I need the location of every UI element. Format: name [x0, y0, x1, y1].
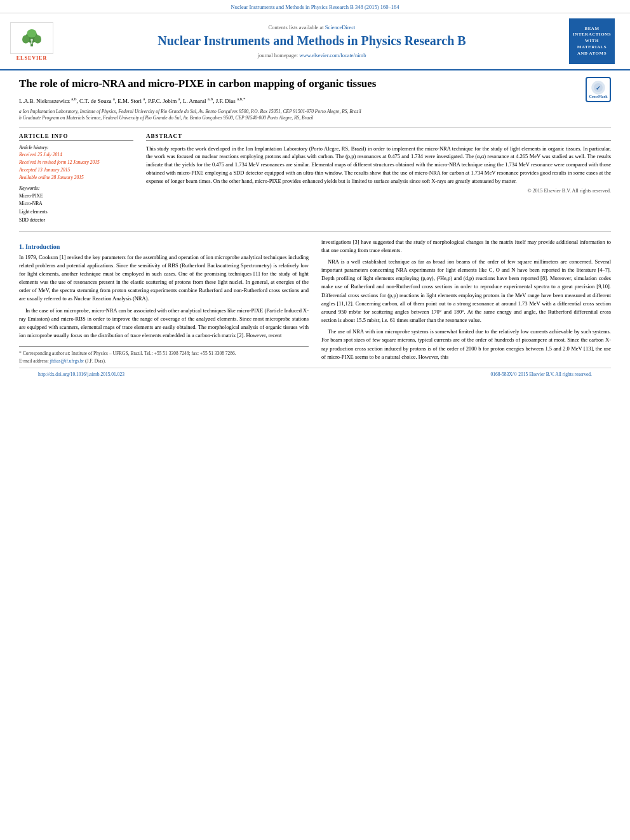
footnote-email: E-mail address: jfdias@if.ufrgs.br (J.F.…	[19, 357, 309, 364]
crossmark-icon: ✓	[591, 81, 605, 95]
elsevier-label: ELSEVIER	[17, 55, 47, 61]
authors-line: L.A.B. Niekraszewicz a,b, C.T. de Souza …	[19, 96, 576, 106]
journal-homepage: journal homepage: www.elsevier.com/locat…	[258, 52, 366, 58]
keywords-label: Keywords:	[19, 185, 133, 191]
doi-right: 0168-583X/© 2015 Elsevier B.V. All right…	[491, 371, 593, 377]
keyword-4: SDD detector	[19, 217, 133, 225]
journal-header: ELSEVIER Contents lists available at Sci…	[0, 13, 630, 70]
article-content: The role of micro-NRA and micro-PIXE in …	[0, 70, 630, 387]
body-para-2: In the case of ion microprobe, micro-NRA…	[19, 307, 309, 340]
doi-left: http://dx.doi.org/10.1016/j.nimb.2015.01…	[38, 371, 124, 377]
body-col-left: 1. Introduction In 1979, Cookson [1] rev…	[19, 238, 309, 364]
beam-interactions-logo: BEAM INTERACTIONS WITH MATERIALS AND ATO…	[566, 18, 617, 64]
elsevier-logo-area: ELSEVIER	[6, 18, 57, 64]
abstract-paragraph: This study reports the work developed in…	[146, 145, 611, 185]
beam-line2: INTERACTIONS	[573, 32, 611, 38]
beam-line3: WITH	[585, 38, 599, 44]
article-history-group: Article history: Received 25 July 2014 R…	[19, 145, 133, 182]
doi-bar: http://dx.doi.org/10.1016/j.nimb.2015.01…	[19, 368, 611, 380]
date-received: Received 25 July 2014	[19, 151, 133, 159]
elsevier-tree-icon	[19, 29, 44, 48]
crossmark-label: CrossMark	[589, 95, 607, 98]
history-label: Article history:	[19, 145, 133, 150]
homepage-link[interactable]: www.elsevier.com/locate/nimb	[299, 52, 366, 58]
article-title-area: The role of micro-NRA and micro-PIXE in …	[19, 77, 576, 122]
journal-citation-text: Nuclear Instruments and Methods in Physi…	[231, 4, 399, 10]
keywords-section: Keywords: Micro-PIXE Micro-NRA Light ele…	[19, 185, 133, 225]
affiliation-a: a Ion Implantation Laboratory, Institute…	[19, 109, 576, 116]
svg-rect-6	[31, 41, 32, 44]
keyword-3: Light elements	[19, 208, 133, 217]
svg-point-5	[30, 38, 33, 41]
article-info-box: ARTICLE INFO Article history: Received 2…	[19, 133, 133, 225]
body-para-1: In 1979, Cookson [1] revised the key par…	[19, 253, 309, 303]
body-para-3: investigations [3] have suggested that t…	[321, 238, 611, 255]
body-text-right: investigations [3] have suggested that t…	[321, 238, 611, 361]
affiliations: a Ion Implantation Laboratory, Institute…	[19, 109, 576, 122]
sciencedirect-line: Contents lists available at ScienceDirec…	[269, 24, 356, 30]
article-info-title: ARTICLE INFO	[19, 133, 133, 141]
article-body: 1. Introduction In 1979, Cookson [1] rev…	[19, 238, 611, 364]
elsevier-logo	[10, 22, 53, 54]
author-names: L.A.B. Niekraszewicz a,b, C.T. de Souza …	[19, 98, 246, 104]
abstract-box: ABSTRACT This study reports the work dev…	[146, 133, 611, 225]
email-link[interactable]: jfdias@if.ufrgs.br	[50, 358, 84, 364]
body-text-left: In 1979, Cookson [1] revised the key par…	[19, 253, 309, 340]
beam-line1: BEAM	[585, 26, 600, 32]
date-accepted: Accepted 13 January 2015	[19, 166, 133, 174]
article-title-section: The role of micro-NRA and micro-PIXE in …	[19, 77, 611, 128]
date-online: Available online 28 January 2015	[19, 174, 133, 182]
beam-line4: MATERIALS	[577, 44, 607, 51]
keyword-1: Micro-PIXE	[19, 192, 133, 201]
svg-point-2	[22, 35, 29, 43]
keyword-2: Micro-NRA	[19, 200, 133, 208]
footnote-corresponding: * Corresponding author at: Institute of …	[19, 350, 309, 357]
svg-point-4	[27, 29, 37, 37]
abstract-text: This study reports the work developed in…	[146, 145, 611, 196]
body-col-right: investigations [3] have suggested that t…	[321, 238, 611, 364]
beam-box: BEAM INTERACTIONS WITH MATERIALS AND ATO…	[569, 18, 615, 64]
abstract-title: ABSTRACT	[146, 133, 611, 141]
homepage-label: journal homepage:	[258, 52, 300, 58]
page-wrapper: Nuclear Instruments and Methods in Physi…	[0, 0, 630, 840]
date-revised: Received in revised form 12 January 2015	[19, 159, 133, 166]
article-title: The role of micro-NRA and micro-PIXE in …	[19, 77, 576, 91]
section1-heading: 1. Introduction	[19, 243, 309, 250]
svg-point-3	[34, 35, 41, 43]
body-para-5: The use of NRA with ion microprobe syste…	[321, 328, 611, 361]
doi-link[interactable]: http://dx.doi.org/10.1016/j.nimb.2015.01…	[38, 371, 124, 377]
sciencedirect-link[interactable]: ScienceDirect	[325, 24, 356, 30]
svg-text:✓: ✓	[596, 85, 601, 91]
article-info-abstract-section: ARTICLE INFO Article history: Received 2…	[19, 133, 611, 232]
sciencedirect-prefix: Contents lists available at	[269, 24, 324, 30]
affiliation-b: b Graduate Program on Materials Science,…	[19, 115, 576, 122]
journal-center-area: Contents lists available at ScienceDirec…	[64, 18, 560, 64]
beam-line5: AND ATOMS	[577, 51, 607, 57]
copyright-line: © 2015 Elsevier B.V. All rights reserved…	[146, 187, 611, 195]
body-para-4: NRA is a well established technique as f…	[321, 258, 611, 324]
journal-title: Nuclear Instruments and Methods in Physi…	[158, 33, 466, 48]
footnote-area: * Corresponding author at: Institute of …	[19, 346, 309, 364]
crossmark-badge: ✓ CrossMark	[586, 77, 611, 102]
article-dates: Received 25 July 2014 Received in revise…	[19, 151, 133, 182]
journal-citation-bar: Nuclear Instruments and Methods in Physi…	[0, 0, 630, 13]
